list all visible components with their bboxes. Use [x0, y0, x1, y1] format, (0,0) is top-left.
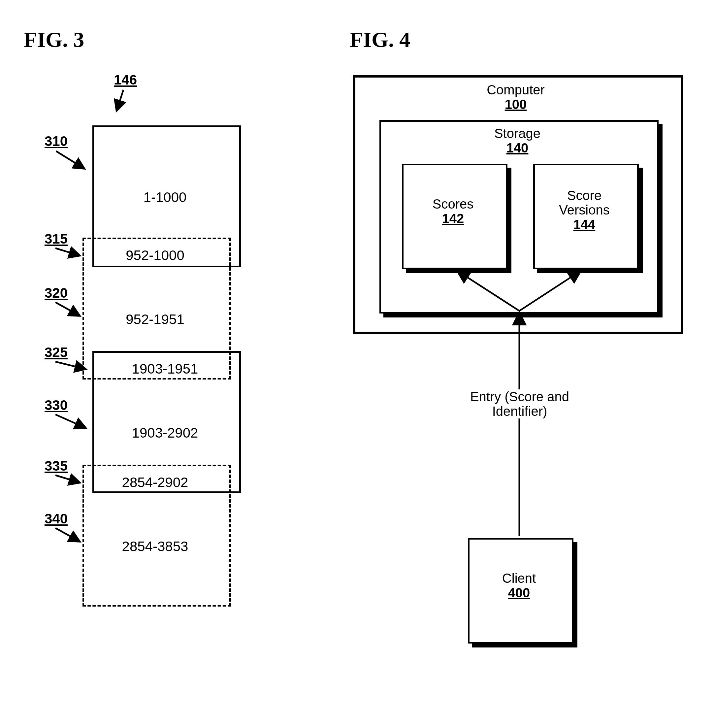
versions-label-block: Score Versions 144	[533, 188, 636, 232]
versions-label-line1: Score	[533, 188, 636, 203]
arrow-315	[54, 246, 83, 260]
arrow-340	[54, 526, 83, 546]
ref-340: 340	[43, 511, 69, 527]
client-ref: 400	[468, 585, 570, 600]
ref-315: 315	[43, 231, 69, 247]
entry-label-line2: Identifier)	[462, 404, 578, 419]
computer-label: Computer	[353, 83, 678, 97]
svg-line-3	[56, 302, 79, 315]
client-label: Client	[468, 571, 570, 585]
arrow-325	[54, 360, 90, 373]
entry-label-line1: Entry (Score and	[462, 389, 578, 404]
arrow-320	[54, 300, 83, 320]
arrow-335	[54, 473, 83, 486]
fig4-title: FIG. 4	[350, 27, 410, 52]
range-335-overlap: 2854-2902	[82, 474, 228, 490]
range-330: 1903-2902	[92, 425, 237, 441]
svg-line-5	[56, 414, 85, 428]
svg-line-4	[56, 362, 85, 369]
scores-label: Scores	[402, 197, 504, 211]
versions-label-line2: Versions	[533, 203, 636, 217]
ref-310: 310	[43, 133, 69, 149]
scores-ref: 142	[402, 211, 504, 226]
svg-line-7	[56, 528, 79, 541]
range-310: 1-1000	[92, 189, 237, 205]
svg-line-1	[56, 151, 84, 168]
ref-325: 325	[43, 345, 69, 360]
y-arrows	[449, 267, 594, 314]
entry-label-block: Entry (Score and Identifier)	[462, 389, 578, 419]
svg-line-9	[519, 271, 580, 311]
ref-146: 146	[112, 72, 139, 88]
versions-ref: 144	[533, 217, 636, 232]
arrow-310	[54, 149, 90, 175]
storage-label-block: Storage 140	[380, 126, 655, 155]
arrow-330	[54, 413, 90, 432]
storage-ref: 140	[380, 141, 655, 155]
computer-label-block: Computer 100	[353, 83, 678, 111]
svg-line-8	[458, 271, 519, 311]
ref-320: 320	[43, 285, 69, 301]
svg-line-0	[117, 90, 123, 110]
svg-line-2	[56, 248, 79, 255]
ref-330: 330	[43, 397, 69, 413]
client-arrow	[513, 310, 525, 538]
arrow-146	[114, 89, 133, 115]
computer-ref: 100	[353, 97, 678, 111]
ref-335: 335	[43, 458, 69, 474]
fig3-title: FIG. 3	[24, 27, 84, 52]
scores-label-block: Scores 142	[402, 197, 504, 226]
range-325-overlap: 1903-1951	[92, 361, 237, 377]
svg-line-6	[56, 475, 79, 482]
storage-label: Storage	[380, 126, 655, 141]
range-340: 2854-3853	[82, 539, 228, 554]
range-315-overlap: 952-1000	[82, 248, 228, 263]
range-320: 952-1951	[82, 312, 228, 327]
client-label-block: Client 400	[468, 571, 570, 600]
